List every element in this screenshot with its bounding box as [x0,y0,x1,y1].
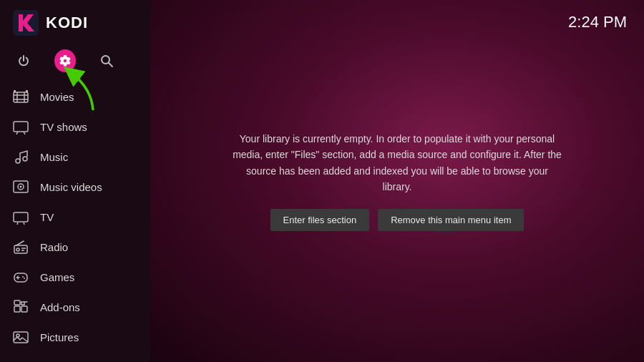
main-content: 2:24 PM Your library is currently empty.… [150,0,644,362]
svg-point-24 [16,248,19,251]
addons-icon [13,299,29,315]
sidebar-item-games[interactable]: Games [0,262,150,292]
movies-icon [13,89,29,104]
pictures-icon [13,329,29,345]
tvshows-icon [13,119,29,134]
sidebar-item-music[interactable]: Music [0,142,150,172]
svg-point-16 [23,157,27,161]
logo-area: KODI [0,0,150,46]
svg-rect-20 [14,212,28,222]
sidebar-item-radio[interactable]: Radio [0,232,150,262]
musicvideos-label: Music videos [40,181,102,193]
empty-library-message: Your library is currently empty. In orde… [233,131,562,195]
radio-icon [13,239,29,255]
svg-rect-35 [14,332,28,343]
arrow-indicator-icon [64,67,104,114]
message-box: Your library is currently empty. In orde… [218,117,576,246]
sidebar-item-tvshows[interactable]: TV shows [0,112,150,142]
top-icons-bar [0,46,150,79]
remove-menu-item-button[interactable]: Remove this main menu item [378,209,524,231]
power-button[interactable] [13,50,34,72]
tv-label: TV [40,211,54,223]
svg-rect-11 [26,90,28,92]
musicvideos-icon [13,179,29,195]
pictures-label: Pictures [40,331,79,343]
enter-files-section-button[interactable]: Enter files section [270,209,370,231]
tvshows-label: TV shows [40,121,87,133]
main-nav: Movies TV shows Music [0,82,150,352]
app-title: KODI [46,14,88,32]
svg-line-4 [109,63,112,67]
tv-icon [13,209,29,225]
sidebar-item-addons[interactable]: Add-ons [0,292,150,322]
music-label: Music [40,151,68,163]
svg-line-22 [24,222,24,225]
time-display: 2:24 PM [568,13,627,31]
settings-button[interactable] [54,50,76,72]
sidebar-item-musicvideos[interactable]: Music videos [0,172,150,202]
svg-rect-10 [14,90,16,92]
addons-label: Add-ons [40,301,80,313]
music-icon [13,149,29,165]
svg-rect-32 [14,306,20,312]
svg-rect-5 [14,92,28,102]
sidebar-item-tv[interactable]: TV [0,202,150,232]
svg-point-31 [24,278,25,279]
kodi-logo-icon [13,10,39,36]
games-label: Games [40,271,74,283]
svg-rect-34 [14,300,20,305]
sidebar-item-pictures[interactable]: Pictures [0,322,150,352]
svg-line-21 [17,222,18,225]
svg-rect-33 [21,306,27,312]
action-buttons: Enter files section Remove this main men… [233,209,562,231]
svg-point-19 [20,186,22,188]
svg-rect-12 [14,122,28,132]
svg-point-30 [22,276,24,278]
sidebar: KODI [0,0,150,362]
svg-point-15 [16,159,20,163]
radio-label: Radio [40,241,68,253]
games-icon [13,269,29,285]
